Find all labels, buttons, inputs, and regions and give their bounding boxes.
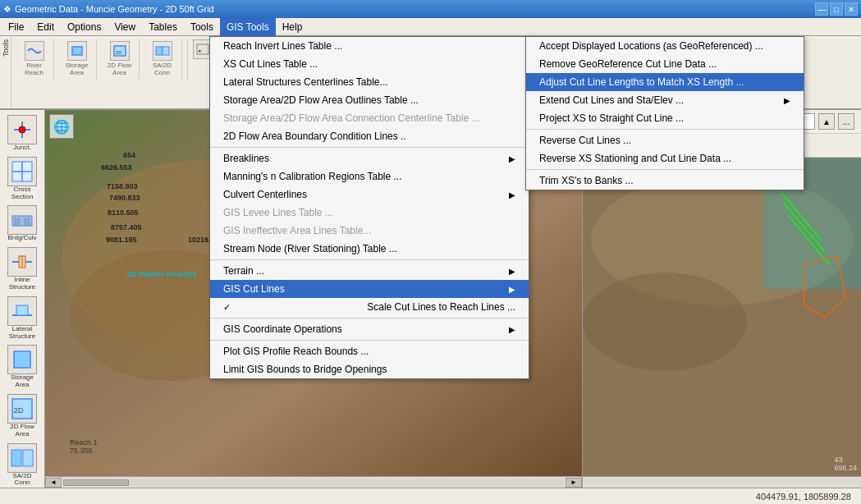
check-mark: ✓ [223,302,236,313]
river-reach-label: RiverReach [25,62,44,77]
toolbar-2d-flow[interactable]: 2D 2D FlowArea [100,39,140,79]
status-coords: 404479.91, 1805899.28 [756,492,858,502]
svg-rect-32 [23,450,33,466]
menu-edit[interactable]: Edit [30,18,61,36]
sidebar-junct[interactable]: Junct. [4,113,40,153]
scroll-track[interactable] [63,479,564,486]
title-bar-left: ❖ Geometric Data - Muncie Geometry - 2D … [3,4,214,15]
storage-area-sidebar-icon[interactable] [7,345,37,374]
sa2d-icon[interactable] [153,41,172,61]
sidebar-storage-area[interactable]: StorageArea [4,343,40,391]
menu-reach-invert[interactable]: Reach Invert Lines Table ... [210,37,529,55]
storage-area-sidebar-label: StorageArea [11,374,34,389]
svg-rect-4 [156,47,163,55]
terrain-arrow: ▶ [509,267,515,276]
inline-structure-icon[interactable] [7,247,37,277]
toolbar-river-reach[interactable]: RiverReach [15,39,54,79]
menu-culvert[interactable]: Culvert Centerlines ▶ [210,186,529,204]
submenu-project-xs[interactable]: Project XS to Straight Cut Line ... [526,109,804,127]
app-icon: ❖ [3,4,11,15]
menu-options[interactable]: Options [61,18,108,36]
menu-file[interactable]: File [2,18,30,36]
menu-lateral-struct[interactable]: Lateral Structures Centerlines Table... [210,73,529,91]
junct-icon[interactable] [7,115,37,144]
desc-up-btn[interactable]: ▲ [818,113,835,130]
desc-ellipsis-btn[interactable]: ... [838,113,854,130]
menu-sep-4 [210,340,529,341]
submenu-trim-xs[interactable]: Trim XS's to Banks ... [526,172,804,190]
svg-rect-21 [15,218,20,226]
svg-marker-28 [14,351,30,368]
svg-text:2D: 2D [116,50,122,55]
sidebar-2d-flow[interactable]: 2D 2D FlowArea [4,392,40,440]
breaklines-arrow: ▶ [509,154,515,163]
storage-area-icon[interactable] [67,41,87,61]
menu-storage-outlines[interactable]: Storage Area/2D Flow Area Outlines Table… [210,91,529,109]
title-bar: ❖ Geometric Data - Muncie Geometry - 2D … [0,0,861,18]
svg-text:2D: 2D [14,406,24,415]
minimize-button[interactable]: — [815,2,828,16]
tools-vertical-label: Tools [2,39,10,57]
sa2d-label: SA/2DConn [153,62,172,77]
menu-view[interactable]: View [108,18,142,36]
svg-marker-1 [72,47,82,55]
menu-2d-boundary[interactable]: 2D Flow Area Boundary Condition Lines .. [210,127,529,145]
gis-coord-arrow: ▶ [509,325,515,334]
menu-gis-cut-lines[interactable]: GIS Cut Lines ▶ [210,280,529,298]
title-bar-controls: — □ ✕ [815,2,858,16]
lateral-structure-icon[interactable] [7,296,37,326]
menu-plot-gis[interactable]: Plot GIS Profile Reach Bounds ... [210,342,529,360]
gis-tools-menu: Reach Invert Lines Table ... XS Cut Line… [209,36,529,379]
maximize-button[interactable]: □ [830,2,843,16]
scroll-thumb[interactable] [63,479,129,486]
left-sidebar: Junct. CrossSection Brdg/Culv [0,110,45,488]
menu-help[interactable]: Help [276,18,309,36]
river-reach-icon[interactable] [25,41,44,61]
2d-flow-icon[interactable]: 2D [110,41,130,61]
sidebar-bridge-culvert[interactable]: Brdg/Culv [4,204,40,244]
sidebar-inline-structure[interactable]: InlineStructure [4,245,40,293]
menu-tables[interactable]: Tables [142,18,184,36]
menu-tools[interactable]: Tools [184,18,220,36]
menu-scale-cut[interactable]: ✓ Scale Cut Lines to Reach Lines ... [210,298,529,316]
menu-xs-cut-lines[interactable]: XS Cut Lines Table ... [210,55,529,73]
menu-terrain[interactable]: Terrain ... ▶ [210,262,529,280]
bridge-culvert-icon[interactable] [7,205,37,235]
2d-flow-sidebar-icon[interactable]: 2D [7,394,37,424]
menu-gis-coord[interactable]: GIS Coordinate Operations ▶ [210,320,529,338]
toolbar-sa2d[interactable]: SA/2DConn [143,39,182,79]
submenu-remove-georef[interactable]: Remove GeoReference Cut Line Data ... [526,55,804,73]
close-button[interactable]: ✕ [845,2,858,16]
right-h-scrollbar[interactable] [583,476,861,488]
submenu-accept-displayed[interactable]: Accept Displayed Locations (as GeoRefere… [526,37,804,55]
toolbar-storage-area[interactable]: StorageArea [57,39,97,79]
sidebar-cross-section[interactable]: CrossSection [4,155,40,203]
gis-cut-lines-submenu: Accept Displayed Locations (as GeoRefere… [525,36,804,190]
cross-section-icon[interactable] [7,157,37,186]
submenu-reverse-cut[interactable]: Reverse Cut Lines ... [526,131,804,149]
bridge-culvert-label: Brdg/Culv [7,235,36,242]
menu-limit-gis[interactable]: Limit GIS Bounds to Bridge Openings [210,360,529,378]
svg-rect-5 [163,47,169,55]
right-map[interactable]: 43 696.24 [583,158,861,476]
submenu-adjust-cut[interactable]: Adjust Cut Line Lengths to Match XS Leng… [526,73,804,91]
scroll-left-btn[interactable]: ◄ [45,478,62,488]
menu-stream-node[interactable]: Stream Node (River Stationing) Table ... [210,240,529,258]
svg-rect-31 [11,450,21,466]
sidebar-sa2d-conn[interactable]: SA/2DConn [4,442,40,488]
sidebar-lateral-structure[interactable]: LateralStructure [4,295,40,342]
menu-sep-3 [210,318,529,318]
submenu-extend-cut[interactable]: Extend Cut Lines and Sta/Elev ... ▶ [526,91,804,109]
map-h-scrollbar[interactable]: ◄ ► [45,476,582,488]
sa2d-conn-icon[interactable] [7,443,37,473]
map-globe-icon[interactable]: 🌐 [49,114,74,139]
menu-mannings[interactable]: Manning's n Calibration Regions Table ..… [210,167,529,186]
menu-breaklines[interactable]: Breaklines ▶ [210,149,529,167]
svg-rect-27 [16,305,28,315]
right-map-coords: 43 696.24 [834,456,857,472]
submenu-reverse-xs[interactable]: Reverse XS Stationing and Cut Line Data … [526,149,804,167]
menu-sep-2 [210,259,529,260]
menu-gis-tools[interactable]: GIS Tools [220,18,276,36]
scroll-right-btn[interactable]: ► [566,478,582,488]
submenu-sep-1 [526,129,804,130]
